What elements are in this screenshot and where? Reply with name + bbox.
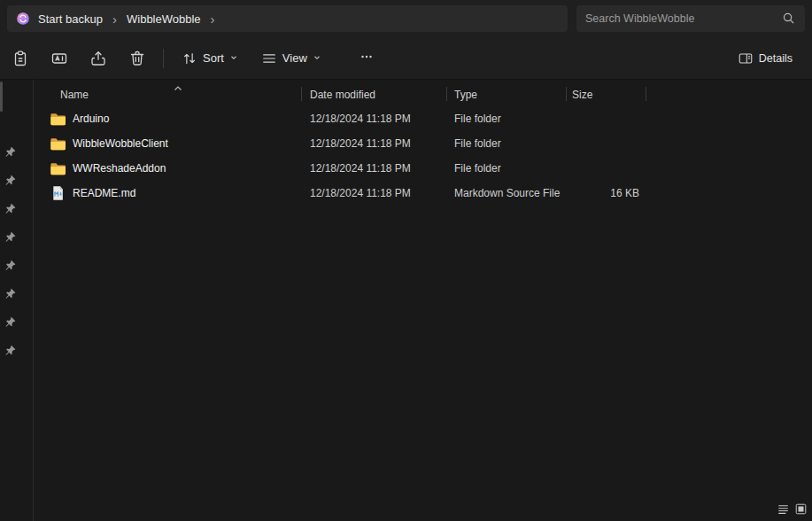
- file-row[interactable]: Arduino 12/18/2024 11:18 PM File folder: [34, 106, 812, 131]
- file-explorer-window: Start backup › WibbleWobble ›: [0, 0, 812, 521]
- details-toggle-button[interactable]: Details: [729, 43, 801, 74]
- details-view-button[interactable]: [777, 502, 790, 518]
- share-icon: [89, 50, 107, 67]
- view-button[interactable]: View: [252, 43, 330, 74]
- file-date-modified: 12/18/2024 11:18 PM: [302, 162, 447, 175]
- delete-button[interactable]: [120, 43, 154, 74]
- navigation-rail: [0, 80, 34, 521]
- column-header-date-modified[interactable]: Date modified: [302, 82, 447, 106]
- folder-icon: [50, 111, 66, 127]
- thumbnails-view-icon: [795, 503, 807, 517]
- pin-icon[interactable]: [4, 315, 16, 327]
- chevron-right-icon[interactable]: ›: [209, 12, 217, 26]
- breadcrumb-item-start-backup[interactable]: Start backup: [38, 12, 103, 26]
- file-date-modified: 12/18/2024 11:18 PM: [302, 113, 447, 125]
- pin-icon[interactable]: [4, 174, 16, 185]
- file-name: WibbleWobbleClient: [73, 137, 168, 150]
- folder-icon: [50, 160, 66, 176]
- chevron-down-icon: [313, 51, 321, 65]
- address-bar: Start backup › WibbleWobble ›: [0, 0, 812, 37]
- file-type: File folder: [447, 113, 567, 125]
- pin-icon[interactable]: [4, 259, 16, 270]
- details-view-icon: [777, 503, 789, 517]
- pin-icon[interactable]: [4, 344, 16, 355]
- delete-icon: [128, 50, 146, 67]
- file-list-pane: Name Date modified Type Size: [34, 80, 812, 521]
- markdown-file-icon: [50, 185, 66, 201]
- column-header-name[interactable]: Name: [34, 82, 302, 106]
- paste-icon: [12, 50, 29, 67]
- nav-scrollbar[interactable]: [0, 82, 3, 112]
- column-header-name-label: Name: [60, 89, 89, 101]
- pin-icon[interactable]: [4, 230, 16, 242]
- file-name: Arduino: [73, 113, 109, 125]
- sort-button[interactable]: Sort: [173, 43, 247, 74]
- file-type: File folder: [447, 162, 567, 175]
- main-area: Name Date modified Type Size: [0, 80, 812, 521]
- paste-button[interactable]: [4, 43, 37, 74]
- search-box[interactable]: [576, 5, 805, 32]
- status-bar: [777, 502, 808, 518]
- file-name: README.md: [73, 187, 135, 199]
- toolbar-separator: [163, 49, 164, 68]
- file-name-cell: README.md: [34, 185, 302, 201]
- file-row[interactable]: README.md 12/18/2024 11:18 PM Markdown S…: [34, 181, 812, 206]
- chevron-down-icon: [229, 51, 238, 65]
- column-header-size[interactable]: Size: [567, 82, 646, 106]
- backup-sync-icon: [16, 12, 30, 26]
- file-type: File folder: [447, 137, 567, 150]
- file-row[interactable]: WibbleWobbleClient 12/18/2024 11:18 PM F…: [34, 131, 812, 156]
- column-header-type[interactable]: Type: [447, 82, 567, 106]
- thumbnails-view-button[interactable]: [794, 502, 808, 518]
- file-name: WWReshadeAddon: [73, 162, 166, 175]
- column-headers: Name Date modified Type Size: [34, 82, 812, 106]
- file-name-cell: WWReshadeAddon: [34, 160, 302, 176]
- sort-ascending-icon: [174, 82, 182, 89]
- view-button-label: View: [282, 51, 307, 65]
- pin-icon[interactable]: [4, 202, 16, 214]
- chevron-right-icon[interactable]: ›: [111, 12, 119, 26]
- file-row[interactable]: WWReshadeAddon 12/18/2024 11:18 PM File …: [34, 156, 812, 181]
- sort-button-label: Sort: [203, 51, 224, 65]
- file-date-modified: 12/18/2024 11:18 PM: [302, 137, 447, 150]
- file-list-body: Arduino 12/18/2024 11:18 PM File folder: [34, 106, 812, 206]
- search-icon[interactable]: [782, 12, 796, 26]
- pin-icon[interactable]: [4, 287, 16, 299]
- more-options-icon: [359, 49, 375, 67]
- file-date-modified: 12/18/2024 11:18 PM: [302, 187, 447, 199]
- nav-rail-pins: [4, 145, 16, 355]
- breadcrumb-item-wibblewobble[interactable]: WibbleWobble: [127, 12, 201, 26]
- file-type: Markdown Source File: [447, 187, 567, 199]
- file-name-cell: WibbleWobbleClient: [34, 136, 302, 152]
- folder-icon: [50, 136, 66, 152]
- share-button[interactable]: [81, 43, 115, 74]
- details-pane-icon: [738, 51, 754, 66]
- details-toggle-label: Details: [759, 52, 793, 65]
- file-name-cell: Arduino: [34, 111, 302, 127]
- rename-icon: [50, 50, 68, 67]
- rename-button[interactable]: [43, 43, 76, 74]
- breadcrumb[interactable]: Start backup › WibbleWobble ›: [7, 5, 568, 32]
- search-input[interactable]: [585, 12, 775, 25]
- file-size: 16 KB: [567, 187, 646, 199]
- pin-icon[interactable]: [4, 145, 16, 157]
- command-toolbar: Sort View: [0, 37, 812, 80]
- view-icon: [261, 51, 277, 66]
- more-options-button[interactable]: [350, 43, 383, 74]
- sort-icon: [182, 51, 197, 66]
